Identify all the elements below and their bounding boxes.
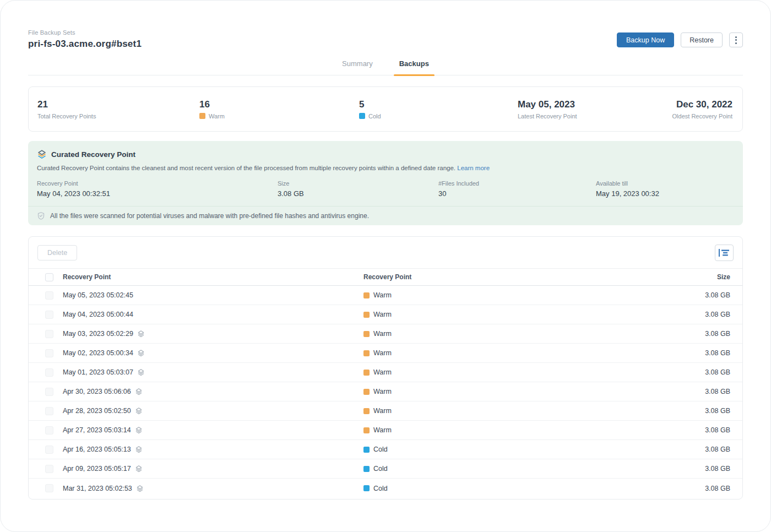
status-swatch bbox=[363, 408, 370, 414]
stat-value: 21 bbox=[37, 99, 199, 110]
curated-layers-icon bbox=[137, 368, 145, 376]
row-date: May 02, 2023 05:00:34 bbox=[63, 349, 133, 357]
curated-description: Curated Recovery Point contains the clea… bbox=[37, 165, 734, 171]
table-row[interactable]: Apr 16, 2023 05:05:13 Cold 3.08 GB bbox=[29, 440, 742, 459]
breadcrumb[interactable]: File Backup Sets bbox=[28, 29, 142, 36]
column-header-recovery-point[interactable]: Recovery Point bbox=[63, 273, 363, 281]
delete-button[interactable]: Delete bbox=[37, 245, 77, 260]
row-checkbox[interactable] bbox=[45, 291, 53, 300]
row-size: 3.08 GB bbox=[670, 330, 730, 338]
status-label: Warm bbox=[373, 291, 392, 299]
app-window: File Backup Sets pri-fs-03.acme.org#bset… bbox=[0, 0, 771, 532]
backup-now-button[interactable]: Backup Now bbox=[617, 32, 674, 47]
tab-backups[interactable]: Backups bbox=[394, 59, 435, 75]
status-swatch bbox=[363, 466, 370, 472]
table-row[interactable]: Mar 31, 2023 05:02:53 Cold 3.08 GB bbox=[29, 479, 742, 498]
cold-swatch-icon bbox=[359, 113, 365, 119]
row-size: 3.08 GB bbox=[670, 349, 730, 357]
row-date: May 03, 2023 05:02:29 bbox=[63, 330, 133, 338]
row-date: Apr 27, 2023 05:03:14 bbox=[63, 426, 131, 434]
row-size: 3.08 GB bbox=[670, 368, 730, 376]
curated-panel-title: Curated Recovery Point bbox=[51, 150, 135, 159]
table-row[interactable]: May 01, 2023 05:03:07 Warm 3.08 GB bbox=[29, 363, 742, 382]
row-size: 3.08 GB bbox=[670, 465, 730, 473]
row-checkbox[interactable] bbox=[45, 368, 53, 377]
curated-field-size: Size 3.08 GB bbox=[278, 180, 438, 198]
row-size: 3.08 GB bbox=[670, 446, 730, 453]
table-row[interactable]: May 03, 2023 05:02:29 Warm 3.08 GB bbox=[29, 324, 742, 344]
stat-label: Oldest Recovery Point bbox=[672, 113, 732, 120]
stat-label: Warm bbox=[209, 113, 225, 120]
row-checkbox[interactable] bbox=[45, 388, 53, 396]
table-row[interactable]: Apr 27, 2023 05:03:14 Warm 3.08 GB bbox=[29, 421, 742, 440]
status-swatch bbox=[363, 447, 370, 453]
stat-value: 16 bbox=[199, 99, 359, 110]
more-actions-button[interactable] bbox=[729, 32, 743, 47]
curated-layers-icon bbox=[137, 330, 145, 338]
title-block: File Backup Sets pri-fs-03.acme.org#bset… bbox=[28, 29, 142, 50]
restore-button[interactable]: Restore bbox=[681, 32, 723, 47]
row-size: 3.08 GB bbox=[670, 426, 730, 434]
status-swatch bbox=[363, 427, 370, 433]
status-label: Warm bbox=[373, 330, 392, 338]
curated-layers-icon bbox=[137, 349, 145, 357]
curated-field-recovery-point: Recovery Point May 04, 2023 00:32:51 bbox=[37, 180, 278, 198]
row-checkbox[interactable] bbox=[45, 330, 53, 338]
status-label: Warm bbox=[373, 349, 392, 357]
table-header-row: Recovery Point Recovery Point Size bbox=[29, 268, 742, 286]
curated-layers-icon bbox=[135, 407, 143, 415]
status-label: Warm bbox=[373, 388, 392, 395]
table-toolbar: Delete bbox=[29, 237, 742, 268]
table-body: May 05, 2023 05:02:45 Warm 3.08 GB May 0… bbox=[29, 286, 742, 498]
table-row[interactable]: May 02, 2023 05:00:34 Warm 3.08 GB bbox=[29, 344, 742, 363]
stat-value: May 05, 2023 bbox=[518, 99, 672, 110]
row-date: Apr 16, 2023 05:05:13 bbox=[63, 446, 131, 453]
table-row[interactable]: Apr 30, 2023 05:06:06 Warm 3.08 GB bbox=[29, 382, 742, 401]
status-label: Warm bbox=[373, 368, 392, 376]
stat-oldest-recovery-point: Dec 30, 2022 Oldest Recovery Point bbox=[672, 99, 732, 120]
row-checkbox[interactable] bbox=[45, 426, 53, 435]
stat-total-recovery-points: 21 Total Recovery Points bbox=[37, 99, 199, 120]
row-checkbox[interactable] bbox=[45, 465, 53, 473]
status-label: Warm bbox=[373, 407, 392, 415]
column-header-size[interactable]: Size bbox=[670, 273, 730, 281]
curated-layers-icon bbox=[135, 446, 143, 453]
stat-label: Latest Recovery Point bbox=[518, 113, 672, 120]
tab-bar: Summary Backups bbox=[28, 59, 743, 75]
shield-check-icon bbox=[37, 211, 45, 220]
learn-more-link[interactable]: Learn more bbox=[457, 165, 490, 171]
status-label: Cold bbox=[373, 446, 388, 453]
stat-label: Cold bbox=[368, 113, 381, 120]
table-row[interactable]: May 04, 2023 05:00:44 Warm 3.08 GB bbox=[29, 305, 742, 324]
curated-layers-icon bbox=[135, 388, 143, 395]
page-header: File Backup Sets pri-fs-03.acme.org#bset… bbox=[1, 1, 770, 50]
row-date: Apr 30, 2023 05:06:06 bbox=[63, 388, 131, 395]
curated-fields: Recovery Point May 04, 2023 00:32:51 Siz… bbox=[37, 180, 734, 198]
status-swatch bbox=[363, 389, 370, 395]
select-all-checkbox[interactable] bbox=[45, 273, 53, 281]
curated-layers-icon bbox=[135, 426, 143, 434]
tab-summary[interactable]: Summary bbox=[336, 59, 378, 75]
table-row[interactable]: May 05, 2023 05:02:45 Warm 3.08 GB bbox=[29, 286, 742, 305]
table-row[interactable]: Apr 09, 2023 05:05:17 Cold 3.08 GB bbox=[29, 459, 742, 479]
row-checkbox[interactable] bbox=[45, 407, 53, 415]
row-size: 3.08 GB bbox=[670, 407, 730, 415]
row-checkbox[interactable] bbox=[45, 446, 53, 454]
stat-value: 5 bbox=[359, 99, 518, 110]
curated-recovery-point-panel: Curated Recovery Point Curated Recovery … bbox=[28, 141, 743, 225]
stat-cold: 5 Cold bbox=[359, 99, 518, 120]
table-row[interactable]: Apr 28, 2023 05:02:50 Warm 3.08 GB bbox=[29, 401, 742, 421]
virus-scan-note: All the files were scanned for potential… bbox=[28, 206, 743, 225]
row-date: May 01, 2023 05:03:07 bbox=[63, 368, 133, 376]
status-label: Cold bbox=[373, 465, 388, 473]
stat-warm: 16 Warm bbox=[199, 99, 359, 120]
column-header-status[interactable]: Recovery Point bbox=[363, 273, 670, 281]
layers-icon bbox=[37, 149, 47, 159]
status-label: Warm bbox=[373, 311, 392, 318]
row-size: 3.08 GB bbox=[670, 388, 730, 395]
row-size: 3.08 GB bbox=[670, 485, 730, 492]
filter-button[interactable] bbox=[715, 245, 734, 261]
row-checkbox[interactable] bbox=[45, 484, 53, 492]
row-checkbox[interactable] bbox=[45, 311, 53, 319]
row-checkbox[interactable] bbox=[45, 349, 53, 357]
